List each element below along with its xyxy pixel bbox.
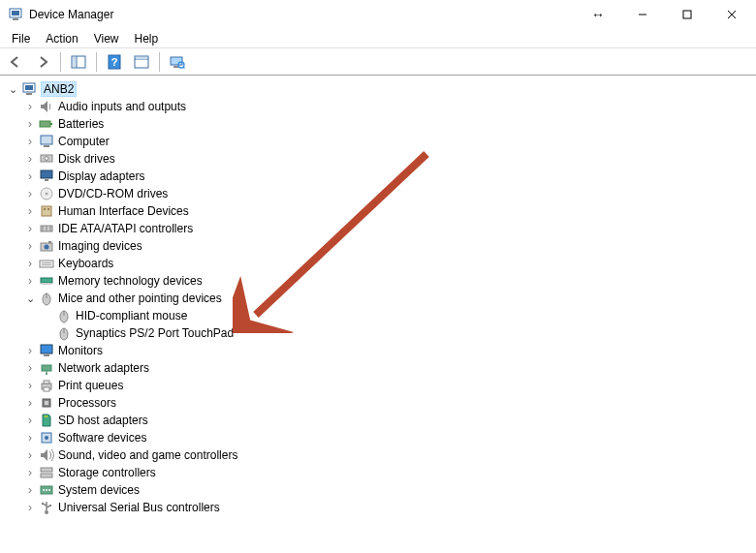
tree-category-label: Software devices	[58, 431, 146, 445]
svg-point-73	[48, 489, 50, 491]
expander-icon[interactable]	[23, 222, 37, 235]
svg-point-31	[46, 193, 48, 196]
expander-icon[interactable]	[23, 483, 37, 497]
svg-rect-24	[41, 136, 52, 144]
menu-view[interactable]: View	[86, 30, 127, 47]
expander-icon[interactable]	[6, 82, 19, 96]
svg-point-78	[42, 503, 44, 505]
expander-icon[interactable]	[23, 501, 37, 514]
svg-rect-25	[44, 145, 49, 147]
audio-icon	[39, 99, 54, 114]
titlebar: Device Manager ↔	[0, 0, 756, 29]
tree-device-node[interactable]: Synaptics PS/2 Port TouchPad	[41, 324, 750, 342]
expander-icon[interactable]	[23, 257, 37, 270]
tree-category-node[interactable]: DVD/CD-ROM drives	[23, 185, 750, 202]
expander-icon[interactable]	[23, 204, 37, 218]
expander-icon[interactable]	[23, 396, 37, 410]
tree-category-node[interactable]: Disk drives	[23, 150, 750, 168]
tree-device-label: Synaptics PS/2 Port TouchPad	[76, 326, 234, 340]
tree-category-label: Batteries	[58, 117, 104, 131]
tree-category-node[interactable]: Human Interface Devices	[23, 202, 750, 220]
toolbar: ?	[0, 48, 756, 76]
tree-category-node[interactable]: Sound, video and game controllers	[23, 446, 750, 464]
device-tree-panel: ANB2 Audio inputs and outputsBatteriesCo…	[0, 76, 756, 553]
svg-rect-46	[41, 278, 52, 283]
forward-button[interactable]	[31, 51, 54, 73]
svg-rect-2	[13, 18, 18, 20]
menu-file[interactable]: File	[4, 30, 38, 47]
tree-category-node[interactable]: Computer	[23, 133, 750, 150]
menu-action[interactable]: Action	[38, 30, 85, 47]
expander-icon[interactable]	[23, 135, 37, 148]
storage-icon	[39, 465, 54, 480]
svg-rect-61	[44, 387, 49, 391]
mouse-icon	[56, 308, 72, 323]
tree-category-node[interactable]: Universal Serial Bus controllers	[23, 499, 750, 516]
tree-device-node[interactable]: HID-compliant mouse	[41, 307, 750, 324]
menubar: File Action View Help	[0, 29, 756, 48]
properties-button[interactable]	[130, 51, 153, 73]
svg-rect-20	[25, 85, 33, 90]
tree-category-node[interactable]: Keyboards	[23, 255, 750, 272]
ide-icon	[39, 221, 54, 236]
tree-category-node[interactable]: Processors	[23, 394, 750, 412]
expander-icon[interactable]	[23, 239, 37, 253]
expander-icon[interactable]	[23, 152, 37, 166]
svg-point-34	[47, 208, 49, 210]
tree-category-node[interactable]: Mice and other pointing devices	[23, 290, 750, 307]
tree-category-node[interactable]: Storage controllers	[23, 464, 750, 481]
expander-icon[interactable]	[23, 117, 37, 131]
help-button[interactable]: ?	[103, 51, 126, 73]
tree-root-node[interactable]: ANB2	[6, 80, 750, 98]
tree-category-node[interactable]: Print queues	[23, 377, 750, 394]
tree-category-node[interactable]: Audio inputs and outputs	[23, 98, 750, 115]
expander-icon[interactable]	[23, 274, 37, 288]
tree-category-label: Disk drives	[58, 152, 115, 166]
tree-root-label: ANB2	[44, 82, 74, 96]
menu-help[interactable]: Help	[127, 30, 167, 47]
expander-icon[interactable]	[23, 187, 37, 200]
svg-point-27	[45, 157, 48, 161]
maximize-button[interactable]	[665, 0, 709, 29]
svg-rect-28	[41, 170, 52, 178]
tree-category-node[interactable]: Monitors	[23, 342, 750, 359]
tree-category-node[interactable]: IDE ATA/ATAPI controllers	[23, 220, 750, 237]
tree-category-node[interactable]: Display adapters	[23, 168, 750, 185]
expander-icon[interactable]	[23, 466, 37, 479]
tree-device-label: HID-compliant mouse	[76, 309, 187, 323]
svg-rect-9	[73, 57, 76, 67]
expander-icon[interactable]	[23, 344, 37, 357]
expander-icon[interactable]	[23, 431, 37, 445]
expander-icon[interactable]	[23, 379, 37, 392]
tree-category-label: Monitors	[58, 344, 103, 357]
tree-category-node[interactable]: SD host adapters	[23, 412, 750, 429]
tree-category-node[interactable]: System devices	[23, 481, 750, 499]
resize-horizontal-icon[interactable]: ↔	[576, 7, 620, 22]
cd-icon	[39, 186, 54, 201]
display-icon	[39, 169, 54, 184]
back-button[interactable]	[4, 51, 27, 73]
tree-category-node[interactable]: Batteries	[23, 115, 750, 133]
svg-rect-22	[40, 121, 50, 127]
imaging-icon	[39, 238, 54, 254]
tree-category-node[interactable]: Imaging devices	[23, 237, 750, 255]
svg-point-40	[45, 245, 49, 250]
expander-icon[interactable]	[23, 361, 37, 375]
expander-icon[interactable]	[23, 100, 37, 113]
tree-category-node[interactable]: Network adapters	[23, 359, 750, 377]
expander-icon[interactable]	[23, 414, 37, 427]
tree-category-node[interactable]: Software devices	[23, 429, 750, 446]
expander-icon[interactable]	[23, 292, 37, 305]
scan-hardware-button[interactable]	[166, 51, 189, 73]
show-hide-tree-button[interactable]	[67, 51, 90, 73]
minimize-button[interactable]	[620, 0, 665, 29]
tree-category-label: Print queues	[58, 379, 123, 392]
tree-category-node[interactable]: Memory technology devices	[23, 272, 750, 290]
tree-category-label: Keyboards	[58, 257, 113, 270]
close-button[interactable]	[709, 0, 754, 29]
svg-rect-54	[41, 345, 52, 353]
expander-icon[interactable]	[23, 448, 37, 462]
expander-icon[interactable]	[23, 169, 37, 183]
svg-rect-42	[40, 261, 53, 267]
tree-category-label: Human Interface Devices	[58, 204, 189, 218]
